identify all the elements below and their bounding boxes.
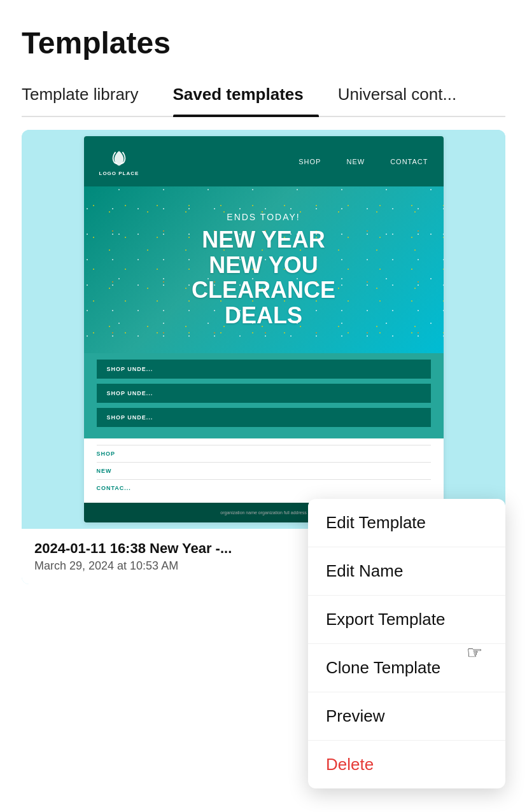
menu-item-edit-name[interactable]: Edit Name: [308, 547, 505, 596]
template-preview: LOGO PLACE SHOP NEW CONTACT ENDS TODAY! …: [22, 130, 505, 529]
template-name: 2024-01-11 16:38 New Year -...: [34, 540, 232, 557]
shop-btn-3: SHOP UNDE...: [97, 408, 431, 427]
footer-link-contact: CONTAC...: [97, 479, 431, 496]
email-hero: ENDS TODAY! NEW YEAR NEW YOU CLEARANCE D…: [84, 186, 444, 353]
menu-item-edit-template[interactable]: Edit Template: [308, 499, 505, 547]
page-title: Templates: [22, 25, 505, 60]
headline-line2: NEW YOU: [97, 253, 431, 278]
logo-icon: [108, 146, 130, 169]
tabs-row: Template library Saved templates Univers…: [22, 78, 505, 117]
headline-line3: CLEARANCE: [97, 277, 431, 303]
shop-btn-1: SHOP UNDE...: [97, 360, 431, 379]
email-mockup: LOGO PLACE SHOP NEW CONTACT ENDS TODAY! …: [84, 136, 444, 522]
template-meta: 2024-01-11 16:38 New Year -... March 29,…: [34, 540, 232, 573]
email-buttons: SHOP UNDE... SHOP UNDE... SHOP UNDE...: [84, 353, 444, 438]
menu-item-export-template[interactable]: Export Template: [308, 596, 505, 644]
content-area: LOGO PLACE SHOP NEW CONTACT ENDS TODAY! …: [0, 130, 527, 606]
nav-links: SHOP NEW CONTACT: [299, 158, 428, 165]
logo-area: LOGO PLACE: [99, 146, 139, 176]
nav-link-shop: SHOP: [299, 158, 321, 165]
footer-link-shop: SHOP: [97, 445, 431, 462]
tab-library[interactable]: Template library: [22, 78, 154, 116]
tab-saved[interactable]: Saved templates: [173, 78, 319, 116]
nav-link-contact: CONTACT: [390, 158, 428, 165]
menu-item-delete[interactable]: Delete: [308, 741, 505, 788]
logo-text: LOGO PLACE: [99, 171, 139, 176]
menu-item-preview[interactable]: Preview: [308, 692, 505, 741]
email-footer-links: SHOP NEW CONTAC...: [84, 438, 444, 503]
menu-item-clone-template[interactable]: Clone Template: [308, 644, 505, 692]
shop-btn-2: SHOP UNDE...: [97, 384, 431, 403]
template-date: March 29, 2024 at 10:53 AM: [34, 559, 232, 573]
headline-line1: NEW YEAR: [97, 227, 431, 253]
email-nav: LOGO PLACE SHOP NEW CONTACT: [84, 136, 444, 186]
headline-line4: DEALS: [97, 303, 431, 328]
context-menu: Edit Template Edit Name Export Template …: [308, 499, 505, 788]
tab-universal[interactable]: Universal cont...: [338, 78, 472, 116]
page-header: Templates Template library Saved templat…: [0, 0, 527, 117]
ends-today-label: ENDS TODAY!: [97, 212, 431, 222]
nav-link-new: NEW: [346, 158, 365, 165]
hero-headline: NEW YEAR NEW YOU CLEARANCE DEALS: [97, 227, 431, 328]
hero-text: ENDS TODAY! NEW YEAR NEW YOU CLEARANCE D…: [97, 212, 431, 328]
footer-link-new: NEW: [97, 462, 431, 479]
